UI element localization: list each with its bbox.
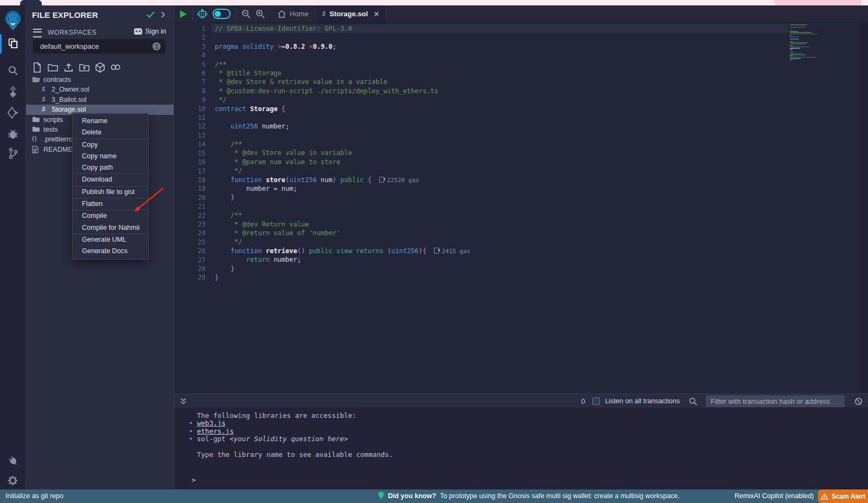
line-number: 10 [180,105,206,113]
code-editor[interactable]: 1234567891011121314151617181920212223242… [174,22,868,394]
panel-chevron-right-icon[interactable] [161,11,165,18]
minimap-line [790,34,818,35]
terminal-output[interactable]: The following libraries are accessible:•… [174,408,868,489]
workspaces-menu-icon[interactable] [33,29,42,37]
menu-item-generate-docs[interactable]: Generate Docs [73,246,148,257]
code-line: * @dev Return value [215,220,470,229]
line-number: 19 [180,184,206,193]
minimap[interactable] [790,24,837,62]
run-script-button[interactable] [176,5,190,22]
terminal-link[interactable]: web3.js [197,419,226,427]
home-icon [278,10,286,18]
menu-item-copy[interactable]: Copy [73,139,148,151]
upload-folder-icon[interactable] [78,61,90,73]
file-icon [32,146,39,153]
scam-alert-button[interactable]: Scam Alert [818,489,868,503]
terminal-line: • web3.js [189,420,393,427]
minimap-line [790,55,793,56]
minimap-line [790,24,807,25]
tab-home[interactable]: Home [271,5,315,22]
line-number: 27 [180,256,206,265]
menu-item-copy-path[interactable]: Copy path [73,162,148,174]
tab-storage-sol[interactable]: S Storage.sol ✕ [316,5,386,22]
terminal-search-icon[interactable] [689,397,697,405]
tree-item-3-ballot[interactable]: S 3_Ballot.sol [26,95,174,105]
listen-all-transactions-checkbox[interactable] [592,397,600,405]
line-number: 22 [180,211,206,220]
settings-gear-icon[interactable] [0,473,25,488]
minimap-line [790,61,790,62]
editor-tabbar: Home S Storage.sol ✕ [174,5,868,23]
line-number-gutter: 1234567891011121314151617181920212223242… [180,24,206,282]
solidity-file-icon: S [42,106,46,113]
folder-open-icon [32,76,40,83]
terminal-link[interactable]: ethers.js [197,427,234,435]
git-icon[interactable] [0,146,25,161]
workspace-select[interactable]: default_workspace [33,39,165,54]
code-line: */ [215,237,470,246]
tree-item-contracts[interactable]: contracts [26,75,174,85]
terminal-lines: The following libraries are accessible:•… [189,412,393,459]
code-line [215,51,470,60]
menu-item-compile-nahmii[interactable]: Compile for Nahmii [73,222,148,234]
expand-terminal-icon[interactable] [180,398,187,405]
lightbulb-icon [378,492,384,500]
solidity-compiler-icon[interactable] [0,84,25,99]
browser-edge [0,0,868,5]
line-number: 18 [180,176,206,184]
menu-item-copy-name[interactable]: Copy name [73,151,148,162]
load-ipfs-cube-icon[interactable] [94,61,106,73]
sign-in-button[interactable]: Sign in [134,28,166,35]
copilot-status[interactable]: RemixAI Copilot (enabled) [735,492,814,500]
terminal-toolbar: 0 Listen on all transactions [174,394,868,408]
code-line: uint256 number; [215,122,470,131]
new-folder-icon[interactable] [47,61,59,73]
plugin-manager-icon[interactable] [0,453,25,468]
init-git-repo-button[interactable]: Initialize as git repo [5,492,63,500]
terminal-prompt[interactable]: > [192,476,196,484]
clear-console-icon[interactable] [854,397,863,405]
code-line: * @dev Store value in variable [215,149,470,157]
editor-scrollbar-gutter[interactable] [860,22,868,394]
zoom-in-icon[interactable] [253,5,267,22]
menu-item-download[interactable]: Download [73,174,148,186]
transaction-filter-input[interactable] [706,395,845,407]
check-icon [146,11,155,18]
menu-item-compile[interactable]: Compile [73,210,148,222]
line-number: 13 [180,131,206,140]
line-number: 16 [180,158,206,166]
terminal-line [189,443,393,451]
menu-item-delete[interactable]: Delete [73,127,148,139]
load-url-link-icon[interactable] [110,61,122,73]
code-line: pragma solidity >=0.8.2 <0.9.0; [215,42,470,51]
minimap-line [790,32,812,33]
file-explorer-icon[interactable] [0,36,25,51]
minimap-line [790,57,816,58]
search-icon[interactable] [0,63,25,78]
file-actions-toolbar [31,61,122,73]
ai-copilot-toggle[interactable] [213,9,231,19]
minimap-line [790,51,793,53]
code-line: number = num; [215,184,470,193]
minimap-line [790,42,807,43]
zoom-out-icon[interactable] [239,5,253,22]
line-number: 12 [180,122,206,131]
tab-close-icon[interactable]: ✕ [373,10,380,18]
panel-title: FILE EXPLORER [32,10,98,20]
debugger-icon[interactable] [0,126,25,141]
upload-file-icon[interactable] [62,61,74,73]
line-number: 1 [180,24,206,33]
new-file-icon[interactable] [31,61,43,73]
minimap-line [790,58,801,59]
line-number: 23 [180,220,206,229]
menu-item-publish-gist[interactable]: Publish file to gist [73,186,148,198]
code-line: } [215,265,470,273]
tree-item-2-owner[interactable]: S 2_Owner.sol [26,85,174,94]
menu-item-rename[interactable]: Rename [73,115,148,127]
ai-assistant-robot-icon[interactable] [195,5,209,22]
line-number: 26 [180,247,206,255]
deploy-run-icon[interactable] [0,105,25,120]
menu-item-flatten[interactable]: Flatten [73,198,148,210]
menu-item-generate-uml[interactable]: Generate UML [73,234,148,246]
remix-logo-icon[interactable] [0,10,25,31]
